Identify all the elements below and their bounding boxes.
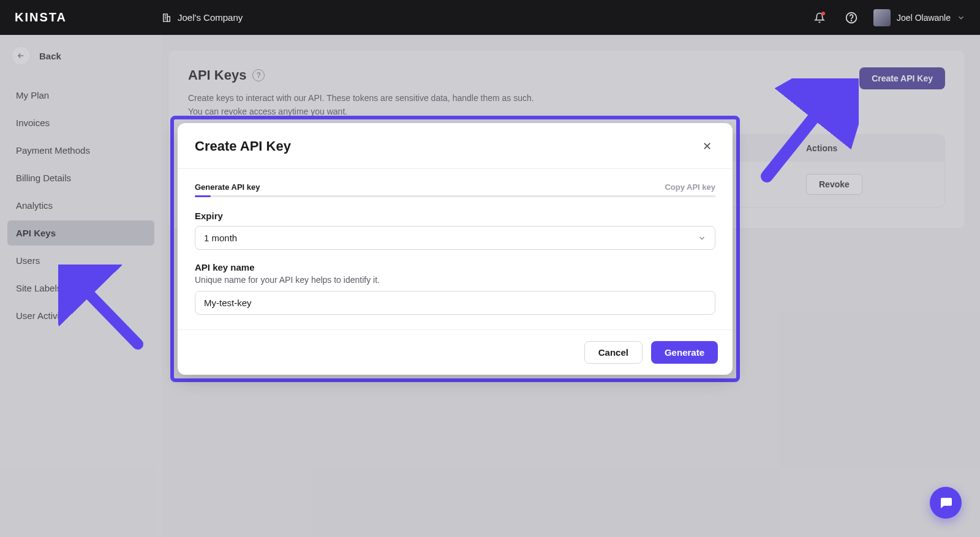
sidebar-item-payment-methods[interactable]: Payment Methods — [7, 138, 154, 163]
user-menu[interactable]: Joel Olawanle — [873, 9, 965, 26]
modal-highlight-frame: Create API Key ✕ Generate API key Copy A… — [170, 116, 740, 382]
sidebar-item-my-plan[interactable]: My Plan — [7, 83, 154, 108]
cancel-button[interactable]: Cancel — [584, 341, 643, 364]
user-name: Joel Olawanle — [897, 13, 951, 23]
expiry-select[interactable]: 1 month — [195, 226, 715, 250]
expiry-value: 1 month — [204, 233, 237, 243]
chat-launcher[interactable] — [930, 487, 962, 519]
building-icon — [162, 13, 172, 23]
sidebar-item-billing-details[interactable]: Billing Details — [7, 165, 154, 190]
sidebar-item-site-labels[interactable]: Site Labels — [7, 276, 154, 301]
notifications-icon[interactable] — [810, 8, 829, 28]
company-name: Joel's Company — [178, 12, 243, 23]
step-generate-label: Generate API key — [195, 182, 260, 192]
help-icon[interactable] — [842, 8, 861, 28]
revoke-button[interactable]: Revoke — [806, 174, 862, 195]
step-copy-label: Copy API key — [665, 182, 715, 192]
page-description: Create keys to interact with our API. Th… — [188, 92, 534, 118]
brand-logo: KINSTA — [15, 10, 162, 24]
create-api-key-modal: Create API Key ✕ Generate API key Copy A… — [178, 123, 733, 375]
generate-button[interactable]: Generate — [651, 341, 718, 364]
chevron-down-icon — [698, 234, 706, 242]
step-progress — [195, 195, 715, 197]
close-icon[interactable]: ✕ — [698, 138, 715, 155]
chat-icon — [938, 495, 953, 510]
api-key-name-input[interactable] — [195, 291, 715, 315]
company-selector[interactable]: Joel's Company — [162, 12, 243, 23]
avatar — [873, 9, 891, 26]
back-button[interactable] — [11, 46, 31, 66]
svg-rect-1 — [167, 17, 170, 21]
modal-title: Create API Key — [195, 138, 291, 154]
sidebar-item-invoices[interactable]: Invoices — [7, 110, 154, 135]
create-api-key-button[interactable]: Create API Key — [859, 67, 945, 89]
sidebar: Back My Plan Invoices Payment Methods Bi… — [0, 35, 162, 537]
col-actions: Actions — [806, 143, 929, 153]
sidebar-item-user-activity[interactable]: User Activity — [7, 303, 154, 328]
svg-point-6 — [851, 20, 852, 21]
page-title: API Keys — [188, 67, 246, 83]
name-label: API key name — [195, 262, 715, 272]
name-help: Unique name for your API key helps to id… — [195, 275, 715, 285]
back-label: Back — [39, 51, 61, 61]
expiry-label: Expiry — [195, 211, 715, 221]
sidebar-item-users[interactable]: Users — [7, 248, 154, 273]
title-help-icon[interactable]: ? — [252, 69, 265, 81]
topbar: KINSTA Joel's Company Joel Olawanle — [0, 0, 980, 35]
sidebar-nav: My Plan Invoices Payment Methods Billing… — [7, 83, 154, 328]
chevron-down-icon — [957, 13, 965, 22]
sidebar-item-api-keys[interactable]: API Keys — [7, 220, 154, 246]
sidebar-item-analytics[interactable]: Analytics — [7, 193, 154, 218]
